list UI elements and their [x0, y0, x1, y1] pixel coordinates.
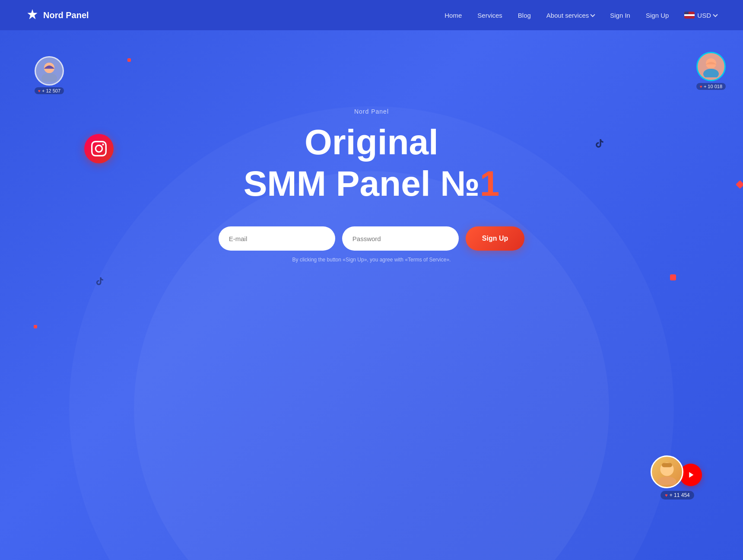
- avatar-right-badge: ♥ + 10 018: [696, 83, 726, 90]
- youtube-badge: ♥ + 11 454: [660, 491, 694, 500]
- logo-text: Nord Panel: [43, 10, 89, 20]
- nav-sign-up[interactable]: Sign Up: [646, 12, 669, 19]
- title-line2-prefix: SMM Panel №: [244, 164, 480, 203]
- avatar-left: [35, 56, 64, 86]
- avatar-left-count: + 12 507: [42, 88, 60, 93]
- nav-sign-in[interactable]: Sign In: [610, 12, 630, 19]
- nav-services[interactable]: Services: [477, 12, 502, 19]
- youtube-section: ♥ + 11 454: [651, 455, 704, 500]
- instagram-icon-circle: [84, 134, 114, 163]
- deco-dot-3: [34, 325, 37, 328]
- deco-dot-2: [736, 180, 743, 189]
- svg-rect-9: [662, 463, 672, 468]
- password-input[interactable]: [342, 226, 459, 251]
- nav-home[interactable]: Home: [445, 12, 462, 19]
- currency-chevron-icon: [713, 12, 718, 17]
- like-icon-youtube: ♥: [665, 493, 668, 498]
- hero-title-line1: Original: [219, 123, 524, 162]
- currency-label: USD: [697, 12, 711, 19]
- nav-links: Home Services Blog About services Sign I…: [445, 12, 717, 19]
- signup-form: Sign Up: [219, 226, 524, 251]
- nav-about-services[interactable]: About services: [546, 12, 594, 19]
- currency-selector[interactable]: USD: [684, 12, 717, 19]
- hero-disclaimer: By clicking the button «Sign Up», you ag…: [219, 257, 524, 263]
- instagram-bubble: [80, 130, 118, 168]
- svg-point-4: [703, 69, 719, 77]
- svg-point-7: [657, 477, 676, 485]
- nav-logo[interactable]: Nord Panel: [26, 9, 89, 22]
- email-input[interactable]: [219, 226, 335, 251]
- youtube-play-icon: [686, 470, 695, 480]
- deco-dot-4: [670, 274, 676, 280]
- signup-button[interactable]: Sign Up: [466, 226, 524, 251]
- hero-brand: Nord Panel: [219, 108, 524, 115]
- svg-point-5: [706, 59, 716, 68]
- avatar-right: [696, 52, 726, 81]
- float-avatar-right: ♥ + 10 018: [696, 52, 726, 90]
- float-avatar-left: ♥ + 12 507: [35, 56, 64, 94]
- youtube-avatar: [651, 455, 683, 488]
- tiktok-icon-2: [95, 277, 105, 289]
- tiktok-icon-1: [594, 138, 605, 151]
- youtube-count: + 11 454: [670, 492, 690, 498]
- svg-point-1: [41, 73, 57, 82]
- nav-blog[interactable]: Blog: [518, 12, 531, 19]
- like-icon-right: ♥: [700, 84, 702, 89]
- avatar-right-count: + 10 018: [704, 84, 722, 89]
- chevron-down-icon: [591, 12, 595, 17]
- hero-section: ♥ + 12 507 ♥ + 10 018: [0, 0, 743, 560]
- logo-icon: [26, 9, 39, 22]
- hero-content: Nord Panel Original SMM Panel №1 Sign Up…: [219, 108, 524, 263]
- avatar-left-badge: ♥ + 12 507: [35, 87, 64, 94]
- hero-title-line2: SMM Panel №1: [219, 164, 524, 203]
- title-no1-highlight: 1: [480, 164, 500, 203]
- navbar: Nord Panel Home Services Blog About serv…: [0, 0, 743, 30]
- flag-icon: [684, 12, 695, 19]
- deco-dot-1: [127, 58, 131, 62]
- like-icon-left: ♥: [38, 89, 41, 93]
